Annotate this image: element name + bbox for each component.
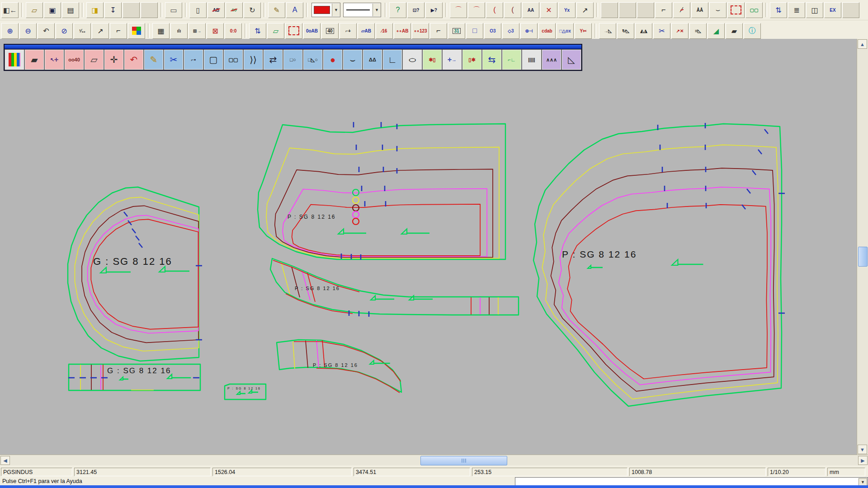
exit-button[interactable]: ◧← (1, 2, 19, 18)
diamond-3-button[interactable]: ◇3 (502, 23, 519, 39)
curve-tool-3-button[interactable]: ( (486, 2, 503, 18)
move-triangle-button[interactable]: →◺ (599, 23, 616, 39)
info-button[interactable]: ⓘ (744, 23, 761, 39)
seam-marks-button[interactable]: ✱▯ (422, 49, 442, 70)
scroll-right-button[interactable]: ▶ (858, 456, 868, 465)
new-folder-button[interactable]: ▱ (267, 23, 284, 39)
shapes-trio-button[interactable]: □◺○ (303, 49, 323, 70)
zone-dashed-button[interactable] (285, 23, 302, 39)
dropdown-arrow-icon[interactable]: ▼ (332, 4, 340, 16)
help-button[interactable]: ? (389, 2, 406, 18)
edit-pencil-button[interactable]: ✎ (268, 2, 285, 18)
zoom-window-button[interactable]: ⊘ (56, 23, 73, 39)
points-ab-button[interactable]: ∘∘AB (394, 23, 411, 39)
line-16-button[interactable]: ∕16 (376, 23, 393, 39)
corner-cut-button[interactable]: ◺ (561, 49, 581, 70)
hide-view-button[interactable]: ∞ (226, 2, 243, 18)
piece-outline-button[interactable]: ⌐ (655, 2, 672, 18)
undo-view-button[interactable]: ↶ (38, 23, 55, 39)
color-dropdown[interactable]: ▼ (311, 3, 340, 17)
darts-button[interactable]: ⟩⟩ (243, 49, 263, 70)
horizontal-scroll-thumb[interactable] (420, 456, 507, 465)
eraser-tool-button[interactable]: ▰ (24, 49, 44, 70)
drawing-canvas[interactable]: G : SG 8 12 16G : SG 8 12 16P : SG 8 12 … (0, 39, 857, 455)
open-file-button[interactable]: ▱ (26, 2, 43, 18)
zoom-in-button[interactable]: ⊕ (1, 23, 19, 39)
scroll-left-button[interactable]: ◀ (0, 456, 10, 465)
swap-panels-button[interactable]: ⇆ (482, 49, 502, 70)
delete-box-button[interactable]: ⊠ (207, 23, 224, 39)
align-lines-button[interactable]: ≡◺ (689, 23, 707, 39)
curve-tool-2-button[interactable]: ⌒ (468, 2, 485, 18)
vertical-scrollbar[interactable]: ▲ ▼ (857, 39, 868, 455)
rotate-piece-button[interactable]: ↻◺ (617, 23, 634, 39)
seam-marks-2-button[interactable]: ▯✱ (462, 49, 482, 70)
delete-text-button[interactable]: AB (208, 2, 225, 18)
zoom-extents-button[interactable]: ↗ (92, 23, 109, 39)
pleat-shapes-button[interactable]: ΔΔ (363, 49, 382, 70)
zoom-out-button[interactable]: ⊖ (19, 23, 37, 39)
square-circle-button[interactable]: □○ (283, 49, 303, 70)
status-combobox[interactable]: ▼ (515, 477, 868, 486)
sizes-ab-button[interactable]: 0oAB (303, 23, 321, 39)
striped-piece-button[interactable]: ◫ (806, 2, 823, 18)
grid-table-button[interactable]: ▦ (152, 23, 170, 39)
scale-tenth-button[interactable]: ¹⁄₁₀ (74, 23, 91, 39)
piece-facing-p[interactable]: P : SG 8 12 16 (277, 340, 401, 393)
export-ex-button[interactable]: EX (824, 2, 841, 18)
layout-blocks-button[interactable]: ▢▢ (745, 2, 763, 18)
select-move-button[interactable]: ↖✛ (44, 49, 64, 70)
print-button[interactable]: ▤ (62, 2, 79, 18)
shapes-ox-button[interactable]: □△ox (557, 23, 574, 39)
flasks-button[interactable]: ÅÅ (691, 2, 708, 18)
font-button[interactable]: A (286, 2, 303, 18)
scroll-down-button[interactable]: ▼ (858, 445, 867, 454)
marker-zone-button[interactable] (727, 2, 745, 18)
scissors-button[interactable]: ✂ (653, 23, 670, 39)
palette-toolbar-grip[interactable] (5, 45, 581, 49)
piece-tiny-piece[interactable]: P : SG 8 12 16 (225, 384, 266, 399)
pattern-pair-button[interactable]: ▢▢ (223, 49, 243, 70)
folder-ab-button[interactable]: ▱AB (358, 23, 375, 39)
measure-button[interactable]: ↗ (576, 2, 594, 18)
piece-back-p[interactable]: P : SG 8 12 16 (533, 123, 785, 406)
scissors-tool-button[interactable]: ✂ (164, 49, 184, 70)
folder-tool-button[interactable]: ▱ (84, 49, 104, 70)
circle-3-button[interactable]: O3 (484, 23, 501, 39)
pattern-piece-button[interactable]: ▢ (203, 49, 223, 70)
fan-pleats-button[interactable]: ∧∧∧ (542, 49, 561, 70)
scroll-up-button[interactable]: ▲ (858, 39, 867, 49)
piece-front-p[interactable]: P : SG 8 12 16 (258, 122, 505, 260)
eraser-button[interactable]: ▰ (726, 23, 743, 39)
ruler-button[interactable]: ▭ (165, 2, 182, 18)
square-blue-button[interactable]: □ (466, 23, 483, 39)
cut-line-button[interactable]: ∕ (673, 2, 690, 18)
explode-button[interactable]: ↗✕ (671, 23, 689, 39)
axes-button[interactable]: Yx (558, 2, 576, 18)
grade-40-button[interactable]: 40 (321, 23, 339, 39)
refresh-button[interactable]: ↻ (244, 2, 261, 18)
curve-corner-button[interactable]: ⌣ (709, 2, 726, 18)
pleats-button[interactable]: ||||| (522, 49, 542, 70)
order-pieces-button[interactable]: ⇅ (770, 2, 787, 18)
delete-cross-button[interactable]: ✕ (540, 2, 557, 18)
import-button[interactable]: ◨ (86, 2, 104, 18)
target-point-button[interactable]: ⊕⊣ (520, 23, 538, 39)
insert-down-button[interactable]: ↧ (104, 2, 122, 18)
corner-point-button[interactable]: ⌐• (184, 49, 203, 70)
grade-31-button[interactable]: 31 (448, 23, 465, 39)
help-topics-button[interactable]: ⊡? (407, 2, 425, 18)
move-cross-button[interactable]: ✛ (104, 49, 124, 70)
button-stamp-button[interactable]: ● (323, 49, 343, 70)
line-style-dropdown[interactable]: ▼ (343, 3, 381, 17)
piece-view-button[interactable]: ⌐ (110, 23, 127, 39)
corner-lines-button[interactable]: ⌐∟ (502, 49, 522, 70)
piece-waistband-p[interactable]: P : SG 8 12 16 (270, 258, 519, 317)
context-help-button[interactable]: ▶? (425, 2, 443, 18)
piece-copy-button[interactable]: ⌐ (430, 23, 447, 39)
piece-axis-button[interactable]: ⌐+ (340, 23, 357, 39)
order-stack-button[interactable]: ⇅ (249, 23, 266, 39)
combobox-arrow-icon[interactable]: ▼ (859, 478, 867, 486)
ratio-button[interactable]: 0:0 (225, 23, 242, 39)
split-swap-button[interactable]: ⇄ (263, 49, 283, 70)
